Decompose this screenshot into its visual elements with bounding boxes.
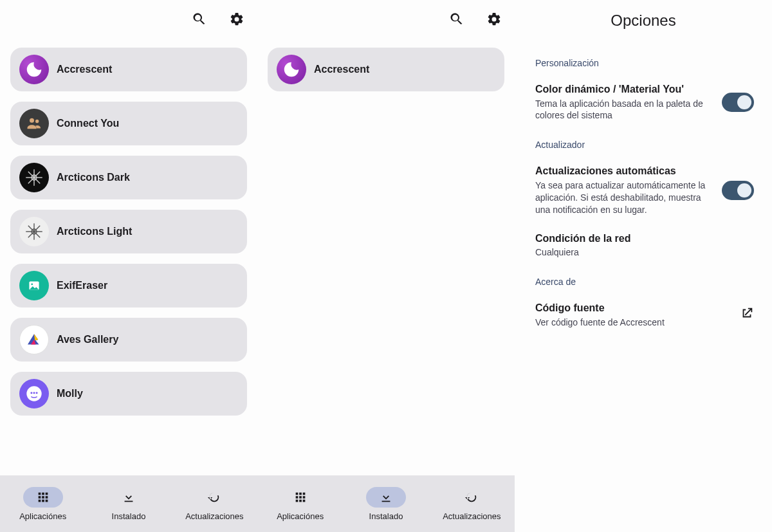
page-title: Opciones bbox=[515, 0, 772, 41]
app-list: Accrescent bbox=[257, 41, 515, 475]
top-bar bbox=[0, 0, 257, 41]
svg-rect-29 bbox=[302, 492, 305, 495]
svg-rect-28 bbox=[299, 492, 302, 495]
setting-subtitle: Tema la aplicación basada en la paleta d… bbox=[535, 98, 714, 122]
nav-label: Actualizaciones bbox=[185, 511, 243, 521]
svg-rect-31 bbox=[299, 496, 302, 499]
setting-auto-updates[interactable]: Actualizaciones automáticas Ya sea para … bbox=[535, 158, 754, 225]
app-list: Accrescent Connect You Arcticons Dark Ar… bbox=[0, 41, 257, 475]
people-icon bbox=[19, 109, 49, 138]
app-row-accrescent[interactable]: Accrescent bbox=[268, 48, 504, 91]
panel-settings: Opciones Personalización Color dinámico … bbox=[515, 0, 772, 532]
nav-updates[interactable]: Actualizaciones bbox=[429, 487, 515, 521]
app-row-connect-you[interactable]: Connect You bbox=[10, 102, 247, 145]
app-row-exiferaser[interactable]: ExifEraser bbox=[10, 264, 247, 307]
app-row-arcticons-light[interactable]: Arcticons Light bbox=[10, 210, 247, 253]
svg-rect-24 bbox=[38, 499, 41, 502]
chat-icon bbox=[19, 379, 49, 408]
snowflake-icon bbox=[19, 163, 49, 192]
app-row-molly[interactable]: Molly bbox=[10, 372, 247, 416]
panel-app-list: Accrescent Connect You Arcticons Dark Ar… bbox=[0, 0, 257, 532]
gear-icon bbox=[486, 12, 502, 30]
svg-point-13 bbox=[31, 283, 33, 285]
section-header-personalization: Personalización bbox=[535, 58, 754, 68]
nav-apps[interactable]: Aplicaciónes bbox=[257, 487, 343, 521]
svg-rect-26 bbox=[45, 499, 48, 502]
svg-rect-33 bbox=[295, 499, 298, 502]
svg-rect-23 bbox=[45, 496, 48, 499]
settings-body: Personalización Color dinámico / 'Materi… bbox=[515, 41, 772, 338]
svg-point-15 bbox=[30, 392, 32, 394]
svg-point-0 bbox=[30, 118, 34, 123]
svg-rect-35 bbox=[302, 499, 305, 502]
nav-label: Actualizaciones bbox=[443, 511, 501, 521]
open-external-icon bbox=[740, 306, 754, 323]
svg-point-1 bbox=[35, 120, 39, 123]
setting-subtitle: Ya sea para actualizar automáticamente l… bbox=[535, 179, 714, 216]
nav-updates[interactable]: Actualizaciones bbox=[172, 487, 257, 521]
top-bar bbox=[257, 0, 515, 41]
app-name: Accrescent bbox=[57, 64, 112, 75]
section-header-updater: Actualizador bbox=[535, 140, 754, 150]
app-name: Aves Gallery bbox=[57, 334, 118, 345]
setting-title: Condición de la red bbox=[535, 232, 746, 246]
setting-text: Código fuente Ver código fuente de Accre… bbox=[535, 301, 740, 328]
search-icon bbox=[192, 12, 207, 30]
settings-button[interactable] bbox=[481, 8, 507, 33]
app-name: ExifEraser bbox=[57, 280, 107, 291]
svg-rect-34 bbox=[299, 499, 302, 502]
app-name: Arcticons Dark bbox=[57, 172, 130, 183]
section-header-about: Acerca de bbox=[535, 277, 754, 287]
svg-rect-22 bbox=[42, 496, 44, 499]
search-icon bbox=[449, 12, 464, 30]
apps-grid-icon bbox=[23, 487, 63, 508]
nav-label: Aplicaciónes bbox=[277, 511, 324, 521]
setting-network-condition[interactable]: Condición de la red Cualquiera bbox=[535, 225, 754, 268]
nav-label: Aplicaciónes bbox=[19, 511, 66, 521]
moon-icon bbox=[19, 55, 49, 84]
update-icon bbox=[194, 487, 234, 508]
setting-title: Actualizaciones automáticas bbox=[535, 164, 714, 178]
svg-rect-30 bbox=[295, 496, 298, 499]
update-icon bbox=[452, 487, 492, 508]
svg-rect-21 bbox=[38, 496, 41, 499]
app-name: Connect You bbox=[57, 118, 119, 129]
setting-subtitle: Cualquiera bbox=[535, 246, 746, 259]
app-name: Molly bbox=[57, 388, 83, 399]
app-row-arcticons-dark[interactable]: Arcticons Dark bbox=[10, 156, 247, 199]
svg-rect-19 bbox=[42, 492, 44, 495]
root: Accrescent Connect You Arcticons Dark Ar… bbox=[0, 0, 772, 532]
setting-text: Color dinámico / 'Material You' Tema la … bbox=[535, 82, 722, 122]
bird-icon bbox=[19, 325, 49, 354]
nav-label: Instalado bbox=[112, 511, 146, 521]
setting-source-code[interactable]: Código fuente Ver código fuente de Accre… bbox=[535, 295, 754, 337]
panel-installed: Accrescent Aplicaciónes Instalado Ac bbox=[257, 0, 515, 532]
svg-rect-20 bbox=[45, 492, 48, 495]
svg-point-17 bbox=[36, 392, 38, 394]
setting-title: Color dinámico / 'Material You' bbox=[535, 82, 714, 96]
app-row-accrescent[interactable]: Accrescent bbox=[10, 48, 247, 91]
moon-icon bbox=[277, 55, 306, 84]
search-button[interactable] bbox=[444, 8, 470, 33]
search-button[interactable] bbox=[187, 8, 212, 33]
nav-installed[interactable]: Instalado bbox=[343, 487, 428, 521]
bottom-nav: Aplicaciónes Instalado Actualizaciones bbox=[0, 475, 257, 532]
toggle-switch[interactable] bbox=[722, 181, 754, 200]
setting-text: Condición de la red Cualquiera bbox=[535, 232, 754, 259]
settings-button[interactable] bbox=[224, 8, 250, 33]
svg-point-16 bbox=[33, 392, 35, 394]
bottom-nav: Aplicaciónes Instalado Actualizaciones bbox=[257, 475, 515, 532]
download-icon bbox=[109, 487, 149, 508]
toggle-knob bbox=[737, 183, 751, 197]
toggle-switch[interactable] bbox=[722, 93, 754, 112]
image-eraser-icon bbox=[19, 271, 49, 300]
toggle-knob bbox=[737, 95, 751, 109]
nav-label: Instalado bbox=[369, 511, 403, 521]
app-row-aves-gallery[interactable]: Aves Gallery bbox=[10, 318, 247, 362]
nav-apps[interactable]: Aplicaciónes bbox=[0, 487, 86, 521]
svg-rect-25 bbox=[42, 499, 44, 502]
setting-dynamic-color[interactable]: Color dinámico / 'Material You' Tema la … bbox=[535, 76, 754, 131]
setting-text: Actualizaciones automáticas Ya sea para … bbox=[535, 164, 722, 216]
nav-installed[interactable]: Instalado bbox=[86, 487, 171, 521]
svg-rect-32 bbox=[302, 496, 305, 499]
